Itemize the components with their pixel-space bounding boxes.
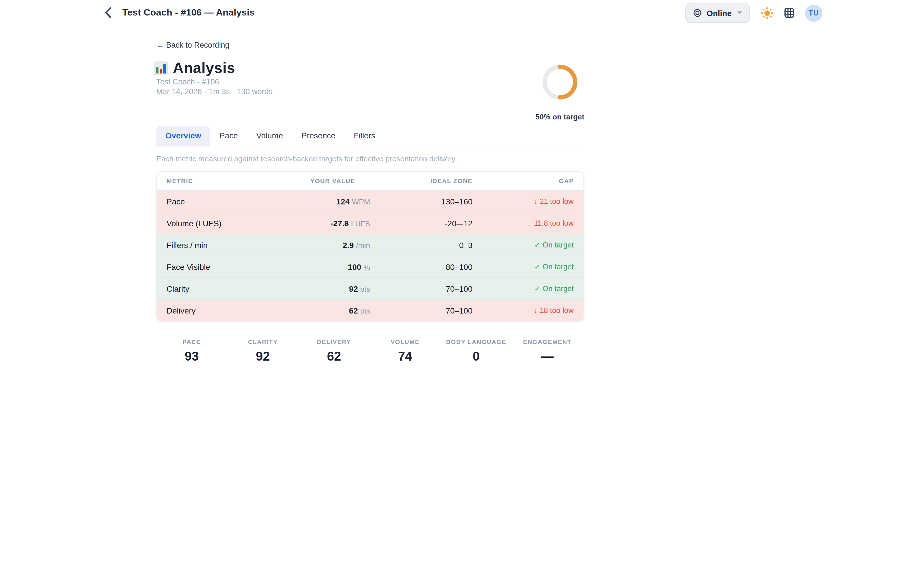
gap-status: ↓ 21 too low (472, 190, 584, 212)
window-title: Test Coach - #106 — Analysis (122, 8, 255, 18)
metrics-table: METRIC YOUR VALUE IDEAL ZONE GAP Pace 12… (157, 172, 584, 321)
gap-status: ↓ 18 too low (472, 300, 584, 321)
col-header-metric: METRIC (157, 172, 276, 190)
table-row-volume: Volume (LUFS) -27.8 LUFS -20–-12 ↓ 11.8 … (157, 212, 584, 234)
metric-unit: pts (360, 285, 370, 293)
stat-label: DELIVERY (298, 338, 369, 345)
recording-name: Test Coach - #106 (156, 78, 219, 86)
apps-grid-button[interactable] (784, 8, 794, 18)
metric-unit: % (363, 263, 370, 272)
metric-value: 100 (348, 262, 361, 272)
metric-value: -27.8 (330, 219, 349, 228)
stat-delivery: DELIVERY 62 (298, 338, 369, 364)
grid-icon (784, 8, 794, 18)
tab-overview[interactable]: Overview (156, 126, 210, 146)
stat-volume: VOLUME 74 (369, 338, 441, 364)
gap-status: ↓ 11.8 too low (472, 212, 584, 234)
tab-volume[interactable]: Volume (247, 126, 292, 146)
metric-value: 62 (349, 306, 358, 315)
stat-label: VOLUME (369, 338, 441, 345)
metric-name: Pace (157, 190, 276, 212)
stat-value: 74 (369, 349, 441, 364)
tab-presence[interactable]: Presence (292, 126, 345, 146)
stat-value: 93 (156, 349, 227, 364)
metric-value: 2.9 (342, 240, 354, 249)
score-summary-row: PACE 93 CLARITY 92 DELIVERY 62 VOLUME 74… (156, 338, 583, 364)
metrics-description: Each metric measured against research-ba… (156, 154, 457, 163)
top-right-cluster: Online (686, 0, 822, 26)
sun-icon (761, 7, 774, 19)
stat-label: ENGAGEMENT (512, 338, 583, 345)
metric-name: Clarity (157, 278, 276, 300)
stat-value: 62 (298, 349, 369, 364)
page-title: Analysis (173, 59, 235, 77)
page-title-row: Analysis (154, 59, 235, 77)
table-row-pace: Pace 124 WPM 130–160 ↓ 21 too low (157, 190, 584, 212)
stat-value: 0 (441, 349, 512, 364)
gap-status: ✓ On target (472, 234, 584, 256)
gap-status: ✓ On target (472, 278, 584, 300)
stat-engagement: ENGAGEMENT — (512, 338, 583, 364)
donut-label: 50% on target (533, 112, 587, 121)
metric-name: Volume (LUFS) (157, 212, 276, 234)
stat-pace: PACE 93 (156, 338, 227, 364)
stat-value: — (512, 349, 583, 364)
ideal-zone: -20–-12 (370, 212, 472, 234)
chevron-down-icon (737, 12, 742, 14)
metric-value: 92 (349, 284, 358, 293)
status-dropdown[interactable]: Online (686, 3, 750, 23)
recording-meta: Mar 14, 2026 · 1m 3s · 130 words (156, 87, 273, 96)
ideal-zone: 130–160 (370, 190, 472, 212)
theme-toggle-button[interactable] (761, 7, 774, 19)
metric-unit: /min (356, 241, 370, 249)
table-row-delivery: Delivery 62 pts 70–100 ↓ 18 too low (157, 300, 584, 321)
donut-chart (538, 61, 581, 104)
app-window: Test Coach - #106 — Analysis Online (0, 0, 924, 561)
metric-name: Delivery (157, 300, 276, 321)
ideal-zone: 0–3 (370, 234, 472, 256)
stat-label: BODY LANGUAGE (441, 338, 512, 345)
metric-value: 124 (336, 196, 350, 206)
gap-status: ✓ On target (472, 256, 584, 278)
chevron-left-icon (104, 6, 112, 19)
status-label: Online (706, 8, 732, 18)
table-row-clarity: Clarity 92 pts 70–100 ✓ On target (157, 278, 584, 300)
metric-unit: WPM (352, 197, 370, 206)
table-row-fillers: Fillers / min 2.9 /min 0–3 ✓ On target (157, 234, 584, 256)
col-header-gap: GAP (472, 172, 584, 190)
stat-body-language: BODY LANGUAGE 0 (441, 338, 512, 364)
col-header-your-value: YOUR VALUE (276, 172, 370, 190)
metric-unit: LUFS (351, 219, 370, 228)
tab-pace[interactable]: Pace (210, 126, 247, 146)
analysis-tabs: Overview Pace Volume Presence Fillers (156, 126, 583, 146)
back-to-recording-link[interactable]: ← Back to Recording (156, 41, 230, 50)
user-avatar[interactable]: TU (805, 4, 822, 21)
status-ring-icon (693, 9, 702, 17)
metric-name: Face Visible (157, 256, 276, 278)
back-chevron-button[interactable] (102, 6, 114, 19)
ideal-zone: 70–100 (370, 278, 472, 300)
stat-label: PACE (156, 338, 227, 345)
bar-chart-icon (154, 61, 168, 75)
stat-label: CLARITY (227, 338, 298, 345)
table-row-face-visible: Face Visible 100 % 80–100 ✓ On target (157, 256, 584, 278)
metrics-table-card: METRIC YOUR VALUE IDEAL ZONE GAP Pace 12… (156, 171, 584, 321)
top-bar: Test Coach - #106 — Analysis Online (0, 0, 924, 26)
stat-value: 92 (227, 349, 298, 364)
col-header-ideal-zone: IDEAL ZONE (370, 172, 472, 190)
stat-clarity: CLARITY 92 (227, 338, 298, 364)
ideal-zone: 80–100 (370, 256, 472, 278)
metric-name: Fillers / min (157, 234, 276, 256)
on-target-donut: 50% on target (533, 61, 587, 121)
ideal-zone: 70–100 (370, 300, 472, 321)
table-header-row: METRIC YOUR VALUE IDEAL ZONE GAP (157, 172, 584, 190)
metric-unit: pts (360, 306, 370, 315)
tab-fillers[interactable]: Fillers (345, 126, 384, 146)
